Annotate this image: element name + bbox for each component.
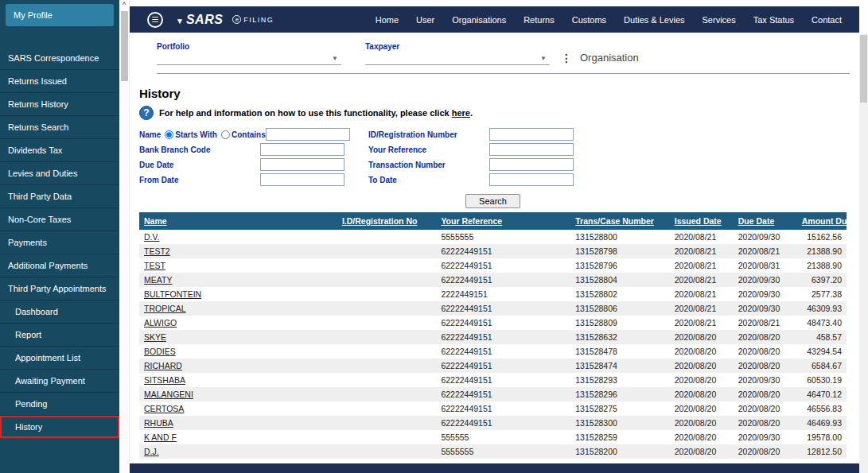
- top-nav-item[interactable]: Contact: [812, 15, 842, 25]
- table-row[interactable]: TEST2 62222449151 131528798 2020/08/21 2…: [139, 244, 847, 258]
- cell-name-link[interactable]: CERTOSA: [139, 401, 337, 416]
- col-header-amount-due[interactable]: Amount Due: [797, 212, 847, 230]
- table-row[interactable]: TEST 62222449151 131528796 2020/08/21 20…: [139, 258, 847, 273]
- main-scrollbar[interactable]: [859, 0, 868, 473]
- to-date-label: To Date: [368, 176, 397, 184]
- sidebar-item[interactable]: Pending: [0, 393, 119, 416]
- sidebar-item[interactable]: Payments: [0, 231, 119, 254]
- sidebar-item[interactable]: SARS Correspondence: [0, 47, 119, 70]
- cell-name-link[interactable]: MALANGENI: [139, 387, 337, 401]
- sidebar-item[interactable]: Additional Payments: [0, 254, 119, 277]
- table-row[interactable]: BULTFONTEIN 2222449151 131528802 2020/08…: [139, 287, 847, 301]
- cell-name-link[interactable]: D.V.: [139, 230, 337, 244]
- cell-trans-case-number: 131528474: [570, 359, 669, 373]
- cell-amount-due: 21388.90: [797, 244, 847, 258]
- transaction-number-input[interactable]: [489, 158, 574, 171]
- cell-name-link[interactable]: D.J.: [139, 444, 337, 459]
- col-header-trans-case[interactable]: Trans/Case Number: [570, 212, 669, 230]
- sidebar-item[interactable]: Third Party Data: [0, 185, 119, 208]
- my-profile-button[interactable]: My Profile: [6, 4, 114, 26]
- sidebar-item[interactable]: Awaiting Payment: [0, 370, 119, 393]
- table-row[interactable]: CERTOSA 62222449151 131528275 2020/08/20…: [139, 401, 847, 416]
- col-header-your-reference[interactable]: Your Reference: [436, 212, 570, 230]
- table-row[interactable]: MALANGENI 62222449151 131528296 2020/08/…: [139, 387, 847, 401]
- table-row[interactable]: BODIES 62222449151 131528478 2020/08/20 …: [139, 344, 847, 359]
- your-reference-input[interactable]: [489, 143, 574, 156]
- cell-amount-due: 19578.00: [797, 430, 847, 444]
- due-date-input[interactable]: [260, 158, 344, 171]
- sidebar-item[interactable]: History: [0, 416, 119, 438]
- cell-trans-case-number: 131528259: [570, 430, 669, 444]
- table-row[interactable]: D.J. 5555555 131528200 2020/08/20 2020/0…: [139, 444, 847, 459]
- cell-name-link[interactable]: RICHARD: [139, 359, 337, 373]
- table-row[interactable]: SITSHABA 62222449151 131528293 2020/08/2…: [139, 373, 847, 387]
- scroll-up-arrow-icon[interactable]: ^: [119, 0, 129, 10]
- col-header-id-registration[interactable]: I.D/Registration No: [337, 212, 436, 230]
- top-nav-item[interactable]: Duties & Levies: [624, 15, 684, 25]
- cell-name-link[interactable]: TEST2: [139, 244, 337, 258]
- sidebar-item[interactable]: Levies and Duties: [0, 162, 119, 185]
- portfolio-dropdown[interactable]: Portfolio ▼: [157, 42, 341, 65]
- cell-name-link[interactable]: BODIES: [139, 344, 337, 359]
- sidebar-scrollbar-thumb[interactable]: [121, 11, 128, 81]
- col-header-issued-date[interactable]: Issued Date: [670, 212, 734, 230]
- top-nav-item[interactable]: Services: [703, 15, 736, 25]
- cell-id-registration: [337, 301, 436, 316]
- help-here-link[interactable]: here: [452, 108, 470, 118]
- top-nav-item[interactable]: Organisations: [452, 15, 506, 25]
- top-nav-item[interactable]: User: [416, 15, 434, 25]
- table-row[interactable]: D.V. 5555555 131528800 2020/08/21 2020/0…: [139, 230, 847, 244]
- table-row[interactable]: RHUBA 62222449151 131528300 2020/08/20 2…: [139, 416, 847, 430]
- cell-name-link[interactable]: BULTFONTEIN: [139, 287, 337, 301]
- sidebar-item[interactable]: Report: [0, 324, 119, 347]
- bank-branch-input[interactable]: [260, 143, 344, 156]
- sidebar-item[interactable]: Returns Search: [0, 116, 119, 139]
- cell-name-link[interactable]: K AND F: [139, 430, 337, 444]
- name-input[interactable]: [266, 128, 350, 141]
- table-row[interactable]: K AND F 555555 131528259 2020/08/20 2020…: [139, 430, 847, 444]
- top-nav-item[interactable]: Home: [376, 15, 399, 25]
- options-kebab-icon[interactable]: ⋮: [561, 52, 572, 64]
- table-row[interactable]: MEATY 62222449151 131528804 2020/08/21 2…: [139, 273, 847, 287]
- sidebar-scrollbar[interactable]: ^: [119, 0, 130, 473]
- sidebar-item[interactable]: Dashboard: [0, 300, 119, 324]
- search-button[interactable]: Search: [465, 194, 520, 208]
- sidebar-item[interactable]: Non-Core Taxes: [0, 208, 119, 231]
- from-date-label: From Date: [139, 176, 178, 184]
- top-nav-item[interactable]: Customs: [572, 15, 606, 25]
- sidebar-item[interactable]: Appointment List: [0, 347, 119, 370]
- sidebar-item[interactable]: Dividends Tax: [0, 139, 119, 162]
- hamburger-menu-icon[interactable]: ☰: [147, 12, 163, 28]
- sidebar-item[interactable]: Returns Issued: [0, 70, 119, 93]
- cell-name-link[interactable]: ALWIGO: [139, 316, 337, 330]
- table-row[interactable]: SKYE 62222449151 131528632 2020/08/20 20…: [139, 330, 847, 344]
- sidebar-item[interactable]: Returns History: [0, 93, 119, 116]
- cell-name-link[interactable]: MEATY: [139, 273, 337, 287]
- taxpayer-dropdown[interactable]: Taxpayer ▼: [365, 42, 550, 65]
- top-nav-item[interactable]: Returns: [524, 15, 555, 25]
- to-date-input[interactable]: [489, 173, 574, 186]
- cell-name-link[interactable]: SITSHABA: [139, 373, 337, 387]
- sidebar-item[interactable]: Third Party Appointments: [0, 277, 119, 300]
- col-header-name[interactable]: Name: [139, 212, 337, 230]
- main-scrollbar-thumb[interactable]: [860, 35, 867, 103]
- cell-id-registration: [337, 416, 436, 430]
- cell-your-reference: 62222449151: [436, 316, 570, 330]
- top-nav-item[interactable]: Tax Status: [753, 15, 794, 25]
- chevron-down-icon: ▼: [540, 55, 550, 64]
- cell-name-link[interactable]: TEST: [139, 258, 337, 273]
- main-scrollbar-track[interactable]: [859, 33, 868, 473]
- table-row[interactable]: ALWIGO 62222449151 131528809 2020/08/21 …: [139, 316, 847, 330]
- starts-with-radio[interactable]: [165, 130, 173, 139]
- cell-name-link[interactable]: TROPICAL: [139, 301, 337, 316]
- table-row[interactable]: TROPICAL 62222449151 131528806 2020/08/2…: [139, 301, 847, 316]
- id-registration-input[interactable]: [489, 128, 574, 141]
- table-row[interactable]: RICHARD 62222449151 131528474 2020/08/20…: [139, 359, 847, 373]
- col-header-due-date[interactable]: Due Date: [734, 212, 797, 230]
- search-form: Name Starts With Contains ID/Registratio…: [139, 128, 847, 186]
- cell-name-link[interactable]: RHUBA: [139, 416, 337, 430]
- cell-name-link[interactable]: SKYE: [139, 330, 337, 344]
- from-date-input[interactable]: [260, 173, 344, 186]
- cell-amount-due: 46556.83: [797, 401, 847, 416]
- contains-radio[interactable]: [221, 130, 230, 139]
